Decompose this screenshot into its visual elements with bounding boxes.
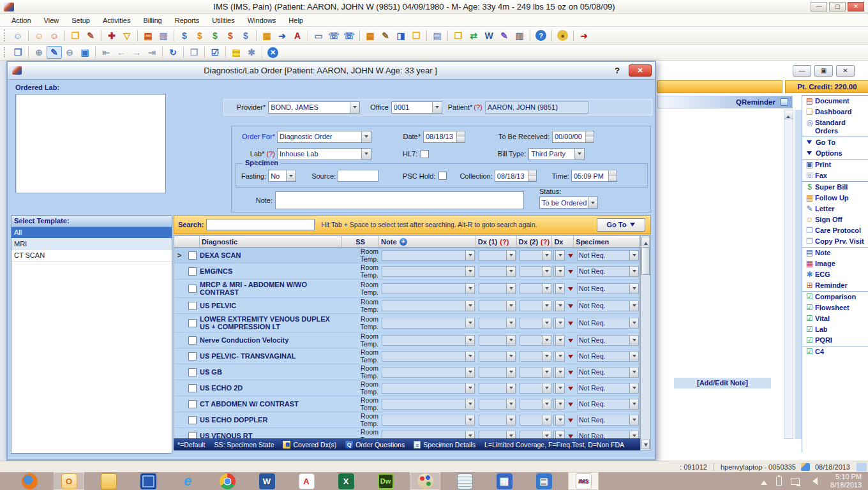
template-check-icon[interactable]: ☑: [207, 46, 223, 59]
spin-up-icon[interactable]: [457, 131, 465, 137]
chart-close-button[interactable]: ✕: [836, 65, 855, 77]
table-row[interactable]: US ECHO 2DRoom Temp.Not Req.: [174, 380, 640, 396]
dropdown-button[interactable]: [542, 284, 551, 293]
dropdown-button[interactable]: [361, 149, 371, 160]
sidebar-item-lab[interactable]: ☑Lab: [802, 324, 868, 335]
spinner-buttons[interactable]: [585, 131, 594, 142]
expand-arrow-icon[interactable]: [568, 419, 573, 425]
patient-flow-icon[interactable]: ➜: [274, 29, 290, 42]
date-spinner[interactable]: 08/18/13: [423, 131, 465, 143]
dx1-dropdown[interactable]: [479, 367, 516, 378]
clipboard-icon[interactable]: ▤: [430, 29, 445, 42]
billing-transfer-icon[interactable]: $: [238, 29, 253, 42]
payment-icon[interactable]: $: [223, 29, 238, 42]
delete-record-icon[interactable]: ⊖: [62, 46, 77, 59]
dropdown-button[interactable]: [465, 368, 474, 377]
add-record-icon[interactable]: ⊕: [31, 46, 47, 59]
order-for-combo[interactable]: Diagnostic Order: [277, 131, 371, 143]
calendar-icon[interactable]: ▦: [259, 29, 274, 42]
taskbar-word[interactable]: W: [251, 472, 282, 490]
dx1-dropdown[interactable]: [479, 301, 516, 311]
taskbar-explorer[interactable]: [93, 472, 124, 490]
sidebar-item-care-protocol[interactable]: ❐Care Protocol: [802, 225, 868, 236]
dropdown-button[interactable]: [629, 251, 638, 260]
taskbar-paint[interactable]: [410, 472, 440, 490]
nav-last-icon[interactable]: ⇥: [144, 46, 160, 59]
dropdown-button[interactable]: [629, 368, 638, 377]
lab-combo[interactable]: Inhouse Lab: [277, 148, 371, 160]
dx2-dropdown[interactable]: [520, 415, 551, 426]
spin-up-icon[interactable]: [586, 131, 594, 137]
row-checkbox[interactable]: [188, 302, 197, 310]
row-checkbox[interactable]: [188, 336, 197, 345]
dropdown-button[interactable]: [506, 431, 515, 439]
dropdown-button[interactable]: [465, 267, 474, 276]
header-dx2[interactable]: Dx (2)(?): [517, 236, 553, 247]
clipboard-paste-icon[interactable]: ▤: [228, 46, 244, 59]
dropdown-button[interactable]: [629, 352, 638, 361]
dropdown-button[interactable]: [465, 336, 474, 345]
dx2-dropdown[interactable]: [520, 399, 551, 410]
sidebar-item-copy-prv-visit[interactable]: ❐Copy Prv. Visit: [802, 236, 868, 247]
patient-verify-icon[interactable]: ☺: [47, 29, 62, 42]
dropdown-button[interactable]: [555, 368, 564, 377]
taskbar-internet-explorer[interactable]: e: [172, 472, 203, 490]
dx-dropdown[interactable]: [553, 335, 565, 346]
specimen-dropdown[interactable]: Not Req.: [577, 415, 639, 426]
edit-record-icon[interactable]: ✎: [47, 46, 62, 59]
specimen-dropdown[interactable]: Not Req.: [577, 431, 639, 439]
expand-arrow-icon[interactable]: [568, 339, 573, 345]
statement-icon[interactable]: ▥: [512, 29, 527, 42]
dropdown-button[interactable]: [574, 149, 584, 160]
table-row[interactable]: US PELVIC- TRANSVAGINALRoom Temp.Not Req…: [174, 348, 640, 364]
dialog-titlebar[interactable]: Diagnostic/Lab Order [Patient: AARON, JO…: [8, 62, 655, 80]
dropdown-button[interactable]: [542, 383, 551, 393]
note-dropdown[interactable]: [382, 266, 475, 277]
header-dx1[interactable]: Dx (1)(?): [476, 236, 517, 247]
taskbar-excel[interactable]: X: [331, 472, 361, 490]
table-row[interactable]: >DEXA SCANRoom Temp.Not Req.: [174, 248, 640, 264]
restore-button[interactable]: ▢: [829, 2, 846, 11]
spin-down-icon[interactable]: [528, 176, 536, 182]
chart-minimize-button[interactable]: —: [793, 65, 811, 77]
spin-up-icon[interactable]: [528, 170, 536, 176]
dropdown-button[interactable]: [542, 352, 551, 361]
note-dropdown[interactable]: [382, 415, 475, 426]
dropdown-button[interactable]: [555, 267, 564, 276]
dropdown-button[interactable]: [629, 383, 638, 393]
dx1-dropdown[interactable]: [479, 318, 516, 329]
dropdown-button[interactable]: [555, 431, 564, 439]
dx2-dropdown[interactable]: [520, 318, 551, 329]
nav-next-icon[interactable]: →: [129, 46, 144, 59]
dropdown-button[interactable]: [555, 318, 564, 328]
taskbar-ims[interactable]: IMS: [568, 472, 599, 490]
note-dropdown[interactable]: [382, 301, 475, 311]
psc-hold-checkbox[interactable]: [438, 172, 447, 180]
dropdown-button[interactable]: [629, 415, 638, 425]
table-row[interactable]: CT ABDOMEN W/ CONTRASTRoom Temp.Not Req.: [174, 396, 640, 412]
note-dropdown[interactable]: [382, 399, 475, 410]
dx-dropdown[interactable]: [553, 367, 565, 378]
taskbar-computer[interactable]: [133, 472, 163, 490]
refresh-icon[interactable]: ↻: [165, 46, 181, 59]
taskbar-outlook[interactable]: O: [54, 472, 84, 490]
billing-blue-icon[interactable]: $: [177, 29, 192, 42]
dropdown-button[interactable]: [542, 368, 551, 377]
schedule-icon[interactable]: ▦: [363, 29, 378, 42]
dropdown-button[interactable]: [542, 318, 551, 328]
template-item-ct-scan[interactable]: CT SCAN: [11, 250, 172, 262]
taskbar-devices[interactable]: ▤: [528, 472, 559, 490]
dropdown-button[interactable]: [465, 301, 474, 311]
dropdown-button[interactable]: [506, 415, 515, 425]
specimen-dropdown[interactable]: Not Req.: [577, 367, 639, 378]
dx-dropdown[interactable]: [553, 301, 565, 311]
dropdown-button[interactable]: [465, 251, 474, 260]
dropdown-button[interactable]: [506, 318, 515, 328]
specimen-dropdown[interactable]: Not Req.: [577, 318, 639, 329]
lab-help-link[interactable]: (?): [267, 150, 275, 158]
row-checkbox[interactable]: [188, 267, 197, 276]
dropdown-button[interactable]: [629, 336, 638, 345]
dropdown-button[interactable]: [506, 301, 515, 311]
collection-spinner[interactable]: 08/18/13: [495, 170, 537, 182]
patient-help-link[interactable]: (?): [474, 103, 482, 111]
